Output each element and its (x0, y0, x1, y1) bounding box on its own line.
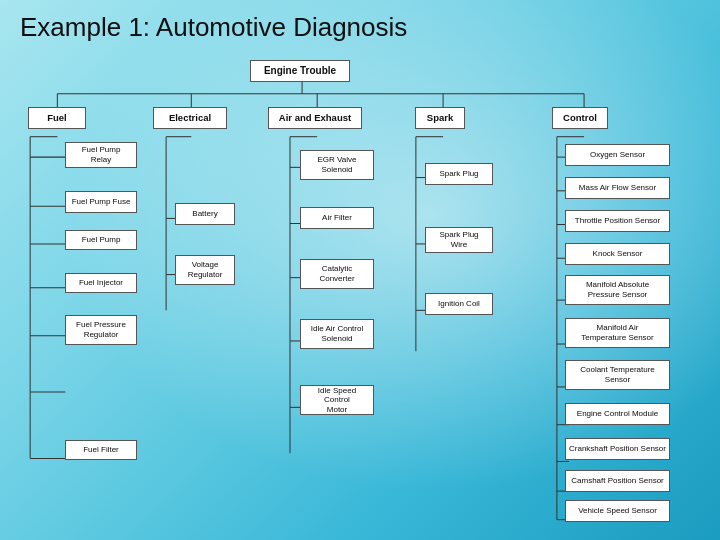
leaf-crankshaft-position-sensor: Crankshaft Position Sensor (565, 438, 670, 460)
leaf-fuel-pump: Fuel Pump (65, 230, 137, 250)
leaf-engine-control-module: Engine Control Module (565, 403, 670, 425)
leaf-fuel-pump-relay: Fuel PumpRelay (65, 142, 137, 168)
leaf-fuel-filter: Fuel Filter (65, 440, 137, 460)
leaf-manifold-air-temperature-sensor: Manifold AirTemperature Sensor (565, 318, 670, 348)
page-title: Example 1: Automotive Diagnosis (20, 12, 407, 43)
leaf-fuel-pump-fuse: Fuel Pump Fuse (65, 191, 137, 213)
diagram: Engine Trouble Fuel Electrical Air and E… (10, 55, 715, 535)
leaf-battery: Battery (175, 203, 235, 225)
cat-electrical: Electrical (153, 107, 227, 129)
leaf-voltage-regulator: VoltageRegulator (175, 255, 235, 285)
leaf-coolant-temperature-sensor: Coolant TemperatureSensor (565, 360, 670, 390)
leaf-spark-plug-wire: Spark PlugWire (425, 227, 493, 253)
leaf-spark-plug: Spark Plug (425, 163, 493, 185)
leaf-fuel-pressure-regulator: Fuel PressureRegulator (65, 315, 137, 345)
leaf-air-filter: Air Filter (300, 207, 374, 229)
leaf-camshaft-position-sensor: Camshaft Position Sensor (565, 470, 670, 492)
cat-control: Control (552, 107, 608, 129)
leaf-idle-speed-control-motor: Idle Speed ControlMotor (300, 385, 374, 415)
root-node: Engine Trouble (250, 60, 350, 82)
leaf-knock-sensor: Knock Sensor (565, 243, 670, 265)
cat-air-exhaust: Air and Exhaust (268, 107, 362, 129)
leaf-fuel-injector: Fuel Injector (65, 273, 137, 293)
leaf-catalytic-converter: CatalyticConverter (300, 259, 374, 289)
leaf-idle-air-control-solenoid: Idle Air ControlSolenoid (300, 319, 374, 349)
cat-spark: Spark (415, 107, 465, 129)
leaf-throttle-position-sensor: Throttle Position Sensor (565, 210, 670, 232)
leaf-manifold-absolute-pressure-sensor: Manifold AbsolutePressure Sensor (565, 275, 670, 305)
leaf-egr-valve-solenoid: EGR ValveSolenoid (300, 150, 374, 180)
leaf-ignition-coil: Ignition Coil (425, 293, 493, 315)
cat-fuel: Fuel (28, 107, 86, 129)
leaf-mass-air-flow-sensor: Mass Air Flow Sensor (565, 177, 670, 199)
leaf-oxygen-sensor: Oxygen Sensor (565, 144, 670, 166)
leaf-vehicle-speed-sensor: Vehicle Speed Sensor (565, 500, 670, 522)
